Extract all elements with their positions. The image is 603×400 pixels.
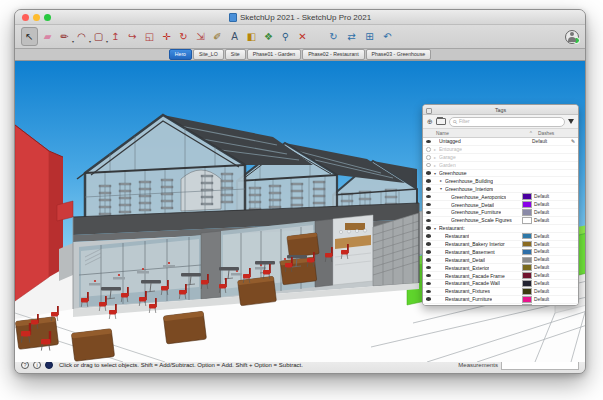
add-tag-button[interactable]: ⊕ bbox=[427, 118, 433, 125]
visibility-eye-icon[interactable] bbox=[426, 258, 432, 262]
visibility-eye-icon[interactable] bbox=[426, 179, 432, 183]
visibility-eye-icon[interactable] bbox=[426, 140, 432, 144]
scene-tab-site-lo[interactable]: Site_LO bbox=[193, 49, 224, 59]
tag-row[interactable]: Greenhouse_FurnitureDefault bbox=[423, 209, 578, 217]
tags-details-icon[interactable] bbox=[568, 119, 574, 124]
scene-tab-phase03-greenhouse[interactable]: Phase03 - Greenhouse bbox=[366, 49, 432, 59]
visibility-eye-icon[interactable] bbox=[426, 163, 431, 168]
tag-row[interactable]: ▸Entourage bbox=[423, 146, 578, 154]
visibility-eye-icon[interactable] bbox=[426, 290, 432, 294]
dashes-value[interactable]: Default bbox=[534, 265, 549, 270]
dashes-value[interactable]: Default bbox=[534, 234, 549, 239]
visibility-eye-icon[interactable] bbox=[426, 211, 432, 215]
visibility-eye-icon[interactable] bbox=[426, 250, 432, 254]
dashes-value[interactable]: Default bbox=[534, 297, 549, 302]
dashes-value[interactable]: Default bbox=[534, 289, 549, 294]
column-dashes[interactable]: Dashes bbox=[538, 131, 578, 136]
visibility-eye-icon[interactable] bbox=[426, 282, 432, 286]
dashes-value[interactable]: Default bbox=[534, 202, 549, 207]
tag-color-swatch[interactable] bbox=[522, 304, 532, 305]
panel-close-button[interactable] bbox=[426, 108, 432, 114]
tape-measure-tool[interactable]: ✐ bbox=[210, 28, 225, 45]
account-avatar-icon[interactable] bbox=[565, 30, 579, 44]
follow-me-tool[interactable]: ↪ bbox=[125, 28, 140, 45]
tag-color-swatch[interactable] bbox=[522, 264, 532, 271]
visibility-eye-icon[interactable] bbox=[426, 195, 432, 199]
tag-row[interactable]: ▾Greenhouse_Interiors bbox=[423, 185, 578, 193]
help-icon[interactable]: ? bbox=[21, 361, 29, 369]
tag-row[interactable]: Greenhouse_Scale FiguresDefault bbox=[423, 217, 578, 225]
tag-color-swatch[interactable] bbox=[522, 193, 532, 200]
tag-color-swatch[interactable] bbox=[522, 280, 532, 287]
line-tool[interactable]: ✏▾ bbox=[57, 28, 72, 45]
pan-tool[interactable]: ⇄ bbox=[344, 28, 359, 45]
dashes-value[interactable]: Default bbox=[534, 281, 549, 286]
dashes-value[interactable]: Default bbox=[534, 194, 549, 199]
rotate-tool[interactable]: ↻ bbox=[176, 28, 191, 45]
previous-view-tool[interactable]: ↶ bbox=[380, 28, 395, 45]
tag-row[interactable]: Restaurant_Bakery InteriorDefault bbox=[423, 241, 578, 249]
paint-bucket-tool[interactable]: ◧ bbox=[244, 28, 259, 45]
push-pull-tool[interactable]: ↥ bbox=[108, 28, 123, 45]
tag-row[interactable]: RestaurantDefault bbox=[423, 233, 578, 241]
visibility-eye-icon[interactable] bbox=[426, 155, 431, 160]
tag-color-swatch[interactable] bbox=[522, 272, 532, 279]
zoom-tool[interactable]: ⚲ bbox=[278, 28, 293, 45]
visibility-eye-icon[interactable] bbox=[426, 203, 432, 207]
visibility-eye-icon[interactable] bbox=[426, 171, 432, 175]
offset-tool[interactable]: ◱ bbox=[142, 28, 157, 45]
scene-tab-phase01-garden[interactable]: Phase01 - Garden bbox=[247, 49, 301, 59]
tag-color-swatch[interactable] bbox=[522, 249, 532, 256]
tag-color-swatch[interactable] bbox=[522, 209, 532, 216]
tag-color-swatch[interactable] bbox=[522, 233, 532, 240]
visibility-eye-icon[interactable] bbox=[426, 226, 432, 230]
dashes-value[interactable]: Default bbox=[534, 218, 549, 223]
visibility-eye-icon[interactable] bbox=[426, 234, 432, 238]
tag-row[interactable]: ▾Greenhouse bbox=[423, 170, 578, 178]
tag-row[interactable]: Greenhouse_DetailDefault bbox=[423, 201, 578, 209]
tags-filter-input[interactable]: ⚲ Filter bbox=[449, 117, 565, 127]
tag-row[interactable]: Restaurant_Facade WallDefault bbox=[423, 280, 578, 288]
info-icon[interactable]: i bbox=[33, 361, 41, 369]
dashes-value[interactable]: Default bbox=[534, 242, 549, 247]
tag-row[interactable]: ▾Restaurant: bbox=[423, 225, 578, 233]
tag-color-swatch[interactable] bbox=[522, 296, 532, 303]
orbit-tool[interactable]: ↻ bbox=[326, 28, 341, 45]
sort-caret-icon[interactable]: ^ bbox=[530, 131, 532, 136]
select-tool[interactable]: ↖ bbox=[21, 27, 38, 46]
column-name[interactable]: Name bbox=[436, 131, 449, 136]
tag-row[interactable]: Greenhouse_AeroponicsDefault bbox=[423, 193, 578, 201]
dashes-value[interactable]: Default bbox=[534, 249, 549, 254]
visibility-eye-icon[interactable] bbox=[426, 297, 432, 301]
tag-row[interactable]: Restaurant_BasementDefault bbox=[423, 248, 578, 256]
tag-row[interactable]: Restaurant_DetailDefault bbox=[423, 256, 578, 264]
move-tool[interactable]: ✛ bbox=[159, 28, 174, 45]
visibility-eye-icon[interactable] bbox=[426, 219, 432, 223]
tag-row[interactable]: UntaggedDefault✎ bbox=[423, 138, 578, 146]
zoom-extents-tool[interactable]: ✕ bbox=[295, 28, 310, 45]
add-tag-folder-button[interactable] bbox=[436, 118, 446, 126]
model-viewport[interactable]: Tags ⊕ ⚲ Filter Name ^ Dashes UntaggedDe… bbox=[15, 61, 585, 356]
scale-tool[interactable]: ⇲ bbox=[193, 28, 208, 45]
tag-color-swatch[interactable] bbox=[522, 257, 532, 264]
visibility-eye-icon[interactable] bbox=[426, 242, 432, 246]
tag-row[interactable]: ▸Greenhouse_Building bbox=[423, 177, 578, 185]
tag-row[interactable]: Restaurant_ExteriorDefault bbox=[423, 264, 578, 272]
tag-row[interactable]: ▸Garage bbox=[423, 154, 578, 162]
scene-tab-site[interactable]: Site bbox=[225, 49, 246, 59]
geolocation-icon[interactable] bbox=[45, 361, 53, 369]
arc-tool[interactable]: ◠▾ bbox=[74, 28, 89, 45]
tag-row[interactable]: Restaurant_FixturesDefault bbox=[423, 288, 578, 296]
tag-color-swatch[interactable] bbox=[522, 241, 532, 248]
eraser-tool[interactable]: ▰ bbox=[40, 28, 55, 45]
scene-tab-hero[interactable]: Hero bbox=[169, 49, 192, 59]
scene-tab-phase02-restaurant[interactable]: Phase02 - Restaurant bbox=[302, 49, 364, 59]
visibility-eye-icon[interactable] bbox=[426, 187, 432, 191]
visibility-eye-icon[interactable] bbox=[426, 274, 432, 278]
tag-color-swatch[interactable] bbox=[522, 201, 532, 208]
dashes-value[interactable]: Default bbox=[534, 273, 549, 278]
tag-row[interactable]: Restaurant_FurnitureDefault bbox=[423, 296, 578, 304]
visibility-eye-icon[interactable] bbox=[426, 147, 431, 152]
component-tool[interactable]: ❖ bbox=[261, 28, 276, 45]
tag-row[interactable]: Restaurant_GlazingDefault bbox=[423, 304, 578, 305]
